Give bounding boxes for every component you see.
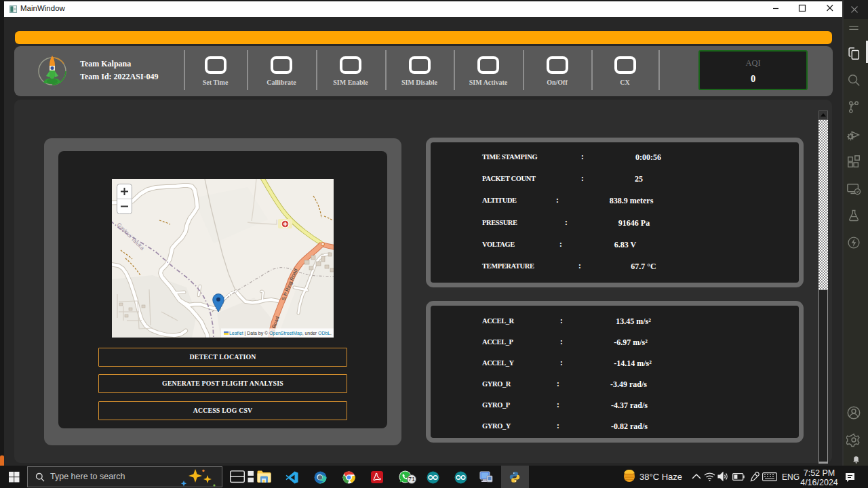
svg-text:Leaflet | Data by © OpenStreet: Leaflet | Data by © OpenStreetMap, under… bbox=[229, 330, 332, 336]
